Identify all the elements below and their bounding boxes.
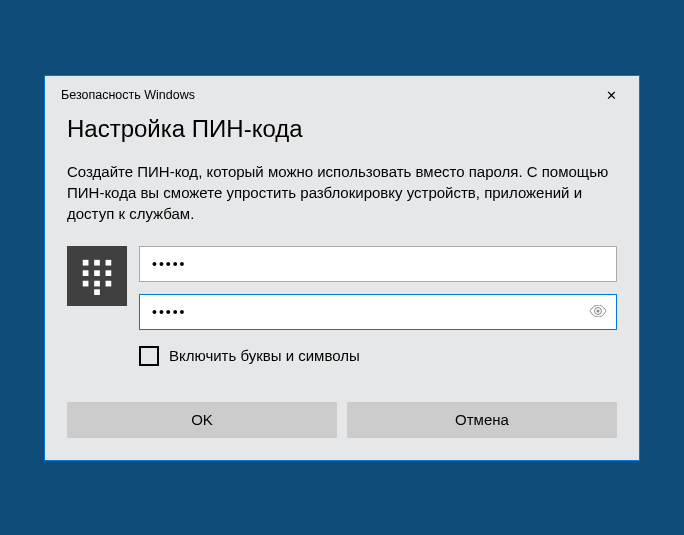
dialog-buttons: OK Отмена (67, 402, 617, 438)
svg-rect-9 (94, 289, 100, 295)
pin-inputs (139, 246, 617, 330)
svg-point-10 (597, 309, 600, 312)
svg-rect-6 (83, 280, 89, 286)
pin-form-row (67, 246, 617, 330)
pin-confirm-input[interactable] (139, 294, 617, 330)
pin-input-wrap (139, 246, 617, 282)
pin-keypad-icon (67, 246, 127, 306)
svg-rect-5 (106, 270, 112, 276)
dialog-description: Создайте ПИН-код, который можно использо… (67, 161, 617, 224)
security-dialog: Безопасность Windows ✕ Настройка ПИН-код… (44, 75, 640, 461)
svg-rect-8 (106, 280, 112, 286)
pin-confirm-input-wrap (139, 294, 617, 330)
checkbox-row: Включить буквы и символы (139, 346, 617, 366)
svg-rect-1 (94, 259, 100, 265)
dialog-content: Настройка ПИН-кода Создайте ПИН-код, кот… (45, 109, 639, 460)
cancel-button[interactable]: Отмена (347, 402, 617, 438)
svg-rect-2 (106, 259, 112, 265)
reveal-password-icon[interactable] (589, 304, 607, 320)
svg-rect-3 (83, 270, 89, 276)
titlebar-title: Безопасность Windows (61, 88, 195, 102)
letters-symbols-checkbox[interactable] (139, 346, 159, 366)
ok-button[interactable]: OK (67, 402, 337, 438)
svg-rect-7 (94, 280, 100, 286)
close-icon[interactable]: ✕ (600, 86, 623, 105)
svg-rect-4 (94, 270, 100, 276)
page-title: Настройка ПИН-кода (67, 115, 617, 143)
titlebar: Безопасность Windows ✕ (45, 76, 639, 109)
svg-rect-0 (83, 259, 89, 265)
checkbox-label: Включить буквы и символы (169, 347, 360, 364)
pin-input[interactable] (139, 246, 617, 282)
keypad-icon (78, 257, 116, 295)
